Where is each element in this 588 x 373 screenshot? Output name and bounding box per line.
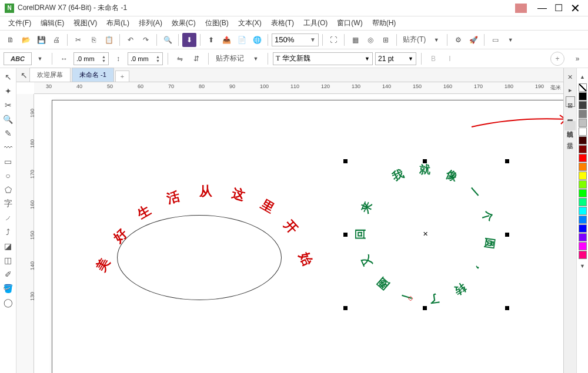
chevron-down-icon[interactable]: ▼ (33, 52, 47, 66)
zoom-tool-icon[interactable]: 🔍 (2, 113, 15, 126)
paste-icon[interactable]: 📋 (102, 33, 116, 47)
transparency-icon[interactable]: ◫ (2, 254, 15, 267)
ruler-vertical[interactable]: 190180170160150140130 (16, 94, 34, 373)
save-icon[interactable]: 💾 (34, 33, 48, 47)
menu-bitmap[interactable]: 位图(B) (201, 16, 233, 30)
copy-icon[interactable]: ⎘ (86, 33, 101, 47)
spin-up-icon[interactable]: ▲ (156, 55, 160, 59)
new-doc-icon[interactable]: 🗎 (4, 33, 18, 47)
color-swatch[interactable] (579, 92, 587, 100)
dock-close-x[interactable]: ⊠ (566, 96, 575, 107)
dock-tab-hints[interactable]: 提示 (564, 133, 576, 142)
offset-v-field[interactable]: ▲▼ (128, 52, 163, 65)
color-swatch[interactable] (579, 180, 587, 189)
menu-table[interactable]: 表格(T) (266, 16, 299, 30)
launch-icon[interactable]: 🚀 (466, 33, 480, 47)
mirror-v-icon[interactable]: ⇵ (189, 52, 203, 66)
pick-tool-icon[interactable]: ↖ (2, 70, 15, 83)
maximize-button[interactable]: ☐ (550, 2, 567, 14)
freehand-tool-icon[interactable]: ✎ (2, 127, 15, 140)
grid-icon[interactable]: ▦ (348, 33, 362, 47)
tab-welcome[interactable]: 欢迎屏幕 (29, 68, 71, 82)
color-swatch[interactable] (579, 119, 587, 127)
menu-text[interactable]: 文本(X) (233, 16, 266, 30)
offset-h-field[interactable]: ▲▼ (74, 52, 109, 65)
undo-icon[interactable]: ↶ (123, 33, 138, 47)
add-button[interactable]: + (550, 52, 564, 66)
color-swatch[interactable] (579, 172, 587, 180)
color-swatch[interactable] (579, 207, 587, 215)
color-swatch[interactable] (579, 101, 587, 109)
text-path-preset[interactable]: ABC (4, 52, 32, 65)
distance-icon[interactable]: ↔ (57, 52, 71, 66)
color-swatch[interactable] (579, 242, 587, 250)
menu-view[interactable]: 视图(V) (69, 16, 102, 30)
offset-v-input[interactable] (131, 55, 154, 62)
options-icon[interactable]: ⚙ (451, 33, 465, 47)
no-color-swatch[interactable] (579, 83, 587, 92)
tab-document-1[interactable]: 未命名 -1 (72, 68, 114, 82)
minimize-button[interactable]: — (534, 2, 550, 14)
selection-handle[interactable] (505, 233, 509, 237)
palette-down-icon[interactable]: ▼ (576, 260, 589, 273)
selection-handle[interactable] (423, 159, 427, 163)
italic-icon[interactable]: I (443, 52, 457, 66)
artistic-media-icon[interactable]: 〰 (2, 141, 15, 154)
color-swatch[interactable] (579, 251, 587, 259)
import-icon[interactable]: ⬇ (182, 33, 196, 47)
selection-handle[interactable] (505, 306, 509, 310)
text-start-marker-icon[interactable]: ◇ (408, 294, 413, 302)
selection-handle[interactable] (343, 306, 348, 310)
color-swatch[interactable] (579, 110, 587, 118)
web-icon[interactable]: 🌐 (250, 33, 264, 47)
dock-tab-object-properties[interactable]: 对象属性 (564, 109, 576, 119)
publish-icon[interactable]: 📤 (219, 33, 233, 47)
fullscreen-icon[interactable]: ⛶ (326, 33, 340, 47)
menu-window[interactable]: 窗口(W) (332, 16, 367, 30)
ruler-horizontal[interactable]: 毫米 3040506070809010011012013014015016017… (34, 82, 563, 94)
print-icon[interactable]: 🖨 (49, 33, 64, 47)
spin-up-icon[interactable]: ▲ (102, 55, 106, 59)
crop-tool-icon[interactable]: ✂ (2, 99, 15, 112)
menu-edit[interactable]: 编辑(E) (36, 16, 69, 30)
selection-handle[interactable] (505, 159, 509, 163)
publish-pdf-icon[interactable]: 📄 (235, 33, 249, 47)
mirror-h-icon[interactable]: ⇋ (173, 52, 187, 66)
cut-icon[interactable]: ✂ (71, 33, 85, 47)
spin-down-icon[interactable]: ▼ (102, 59, 106, 63)
more-icon[interactable]: » (570, 52, 584, 66)
connector-icon[interactable]: ⤴ (2, 226, 15, 238)
shape-tool-icon[interactable]: ✦ (2, 85, 15, 98)
menu-layout[interactable]: 布局(L) (102, 16, 134, 30)
guides-icon[interactable]: ◎ (363, 33, 377, 47)
offset-h-input[interactable] (76, 55, 100, 62)
user-avatar-icon[interactable] (515, 4, 527, 13)
close-button[interactable]: ✕ (567, 2, 583, 14)
selection-handle[interactable] (423, 306, 427, 310)
close-dock-icon[interactable]: ✕ (564, 70, 577, 83)
tab-new[interactable]: + (115, 70, 129, 82)
chevron-down-icon[interactable]: ▼ (408, 56, 413, 62)
redo-icon[interactable]: ↷ (139, 33, 153, 47)
fill-tool-icon[interactable]: 🪣 (2, 282, 15, 295)
selection-handle[interactable] (343, 233, 348, 237)
ellipse-tool-icon[interactable]: ○ (2, 169, 15, 182)
color-swatch[interactable] (579, 224, 587, 233)
color-swatch[interactable] (579, 136, 587, 145)
color-swatch[interactable] (579, 127, 587, 136)
app-switch-icon[interactable]: ▭ (488, 33, 502, 47)
drawing-canvas[interactable]: 美好生活从这里开始 我就像一个圆，转了一圈又回来 ✕ ◇ (34, 94, 563, 373)
expand-dock-icon[interactable]: ▸ (564, 83, 577, 96)
polygon-tool-icon[interactable]: ⬠ (2, 183, 15, 196)
text-tool-icon[interactable]: 字 (2, 197, 15, 210)
color-swatch[interactable] (579, 216, 587, 224)
menu-help[interactable]: 帮助(H) (368, 16, 401, 30)
export-icon[interactable]: ⬆ (204, 33, 218, 47)
color-swatch[interactable] (579, 189, 587, 197)
distance-v-icon[interactable]: ↕ (111, 52, 125, 66)
menu-tools[interactable]: 工具(O) (299, 16, 332, 30)
pick-mini-icon[interactable]: ↖ (19, 69, 29, 82)
color-swatch[interactable] (579, 154, 587, 162)
color-swatch[interactable] (579, 198, 587, 206)
spin-down-icon[interactable]: ▼ (156, 59, 160, 63)
